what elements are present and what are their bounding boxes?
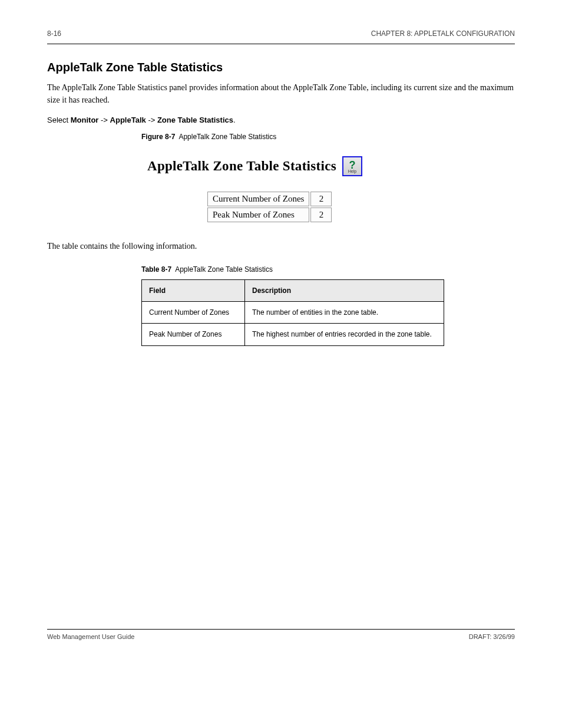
table-row: Peak Number of Zones The highest number … [142,324,444,345]
header-chapter: CHAPTER 8: APPLETALK CONFIGURATION [371,29,515,38]
field-desc: The number of entities in the zone table… [245,302,444,324]
header-rule [47,44,515,44]
figure-panel: AppleTalk Zone Table Statistics ? Help C… [147,156,515,223]
footer-right: DRAFT: 3/26/99 [469,633,515,640]
table-row: Current Number of Zones The number of en… [142,302,444,324]
help-label: Help [348,169,356,173]
col-description: Description [245,280,444,302]
page-footer: Web Management User Guide DRAFT: 3/26/99 [47,633,515,640]
field-name: Peak Number of Zones [142,324,245,345]
stat-label-peak: Peak Number of Zones [207,207,309,222]
table-row: Peak Number of Zones 2 [207,207,332,222]
header-page-number: 8-16 [47,29,61,38]
panel-title: AppleTalk Zone Table Statistics [147,159,336,174]
nav-arrow: -> [148,116,157,124]
table-caption-text: AppleTalk Zone Table Statistics [175,265,273,274]
section-title: AppleTalk Zone Table Statistics [47,61,515,74]
page-header: 8-16 CHAPTER 8: APPLETALK CONFIGURATION [47,29,515,44]
stats-table: Current Number of Zones 2 Peak Number of… [206,190,333,223]
nav-appletalk: AppleTalk [110,116,146,124]
nav-zone-stats: Zone Table Statistics [157,116,233,124]
nav-prefix: Select [47,116,71,124]
field-desc: The highest number of entries recorded i… [245,324,444,345]
col-field: Field [142,280,245,302]
stat-value-current: 2 [310,192,332,206]
nav-path: Select Monitor -> AppleTalk -> Zone Tabl… [47,116,515,124]
table-lead-in: The table contains the following informa… [47,240,515,252]
field-name: Current Number of Zones [142,302,245,324]
help-button[interactable]: ? Help [342,156,362,176]
table-row: Current Number of Zones 2 [207,192,332,206]
stat-label-current: Current Number of Zones [207,192,309,206]
table-caption: Table 8-7 AppleTalk Zone Table Statistic… [141,265,515,274]
stat-value-peak: 2 [310,207,332,222]
figure-caption-text: AppleTalk Zone Table Statistics [178,133,276,141]
footer-left: Web Management User Guide [47,633,134,640]
section-intro: The AppleTalk Zone Table Statistics pane… [47,81,515,106]
figure-number: Figure 8-7 [141,133,175,141]
nav-arrow: -> [101,116,110,124]
footer-rule [47,629,515,630]
nav-monitor: Monitor [71,116,99,124]
table-number: Table 8-7 [141,265,171,274]
description-table: Field Description Current Number of Zone… [141,279,444,346]
figure-caption: Figure 8-7 AppleTalk Zone Table Statisti… [141,133,515,141]
